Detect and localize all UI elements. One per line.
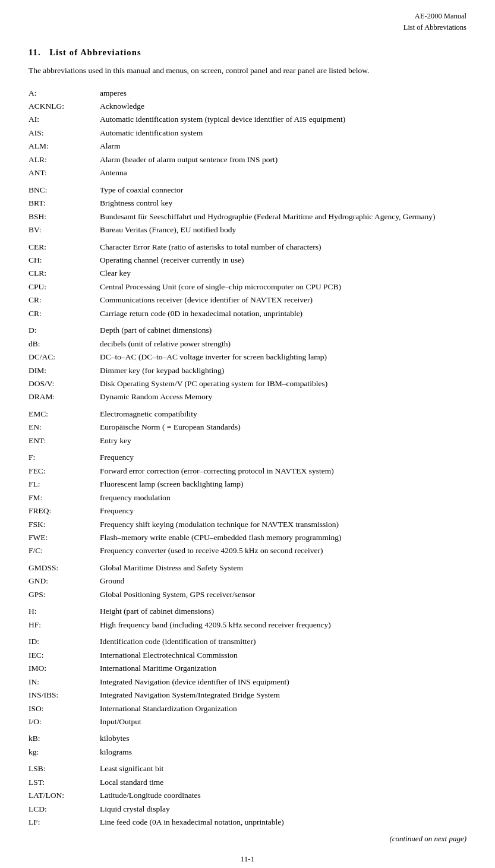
- abbr-value: Type of coaxial connector: [100, 184, 466, 197]
- table-row: INS/IBS:Integrated Navigation System/Int…: [29, 689, 466, 702]
- table-row: EMC:Electromagnetic compatibility: [29, 408, 466, 421]
- table-row: IMO:International Maritime Organization: [29, 662, 466, 675]
- abbr-key: DIM:: [29, 364, 100, 377]
- table-row: ID:Identification code (identification o…: [29, 635, 466, 648]
- abbr-key: I/O:: [29, 715, 100, 728]
- abbr-key: LF:: [29, 816, 100, 829]
- abbr-key: CPU:: [29, 280, 100, 293]
- abbr-value: frequency modulation: [100, 491, 466, 504]
- abbr-value: Carriage return code (0D in hexadecimal …: [100, 307, 466, 320]
- abbr-key: ENT:: [29, 434, 100, 447]
- abbr-value: Automatic identification system: [100, 127, 466, 140]
- abbr-value: Frequency: [100, 451, 466, 464]
- table-row: FL:Fluorescent lamp (screen backlighting…: [29, 478, 466, 491]
- table-row: ISO:International Standardization Organi…: [29, 702, 466, 715]
- abbr-key: CLR:: [29, 267, 100, 280]
- table-row: DIM:Dimmer key (for keypad backlighting): [29, 364, 466, 377]
- table-row: LF:Line feed code (0A in hexadecimal not…: [29, 816, 466, 829]
- table-row: F:Frequency: [29, 451, 466, 464]
- table-row: CH:Operating channel (receiver currently…: [29, 254, 466, 267]
- table-row: LST:Local standard time: [29, 776, 466, 789]
- table-row: D:Depth (part of cabinet dimensions): [29, 324, 466, 337]
- abbreviations-table: A:amperesACKNLG:AcknowledgeAI:Automatic …: [29, 86, 466, 829]
- abbr-key: GND:: [29, 575, 100, 588]
- abbr-key: D:: [29, 324, 100, 337]
- abbr-value: Disk Operating System/V (PC operating sy…: [100, 377, 466, 390]
- abbr-value: Alarm: [100, 140, 466, 153]
- abbr-value: Dynamic Random Access Memory: [100, 390, 466, 403]
- abbr-key: FWE:: [29, 531, 100, 544]
- table-row: EN:Europäische Norm ( = European Standar…: [29, 421, 466, 434]
- header-line2: List of Abbreviations: [403, 23, 466, 31]
- intro-paragraph: The abbreviations used in this manual an…: [29, 65, 466, 77]
- abbr-key: A:: [29, 86, 100, 99]
- table-row: CR:Carriage return code (0D in hexadecim…: [29, 307, 466, 320]
- table-row: LAT/LON:Latitude/Longitude coordinates: [29, 789, 466, 802]
- table-row: A:amperes: [29, 86, 466, 99]
- abbr-value: Latitude/Longitude coordinates: [100, 789, 466, 802]
- abbr-key: EN:: [29, 421, 100, 434]
- abbr-value: Electromagnetic compatibility: [100, 408, 466, 421]
- abbr-key: ALM:: [29, 140, 100, 153]
- abbr-value: Integrated Navigation System/Integrated …: [100, 689, 466, 702]
- table-row: LSB:Least significant bit: [29, 762, 466, 775]
- abbr-value: Integrated Navigation (device identifier…: [100, 676, 466, 689]
- table-row: FSK:Frequency shift keying (modulation t…: [29, 517, 466, 531]
- abbr-value: Frequency: [100, 504, 466, 517]
- abbr-value: DC–to–AC (DC–to–AC voltage inverter for …: [100, 351, 466, 364]
- abbr-key: HF:: [29, 618, 100, 632]
- abbr-value: Automatic identification system (typical…: [100, 113, 466, 126]
- abbr-value: Flash–memory write enable (CPU–embedded …: [100, 531, 466, 544]
- abbr-key: BV:: [29, 223, 100, 236]
- abbr-key: GMDSS:: [29, 561, 100, 575]
- abbr-key: IEC:: [29, 649, 100, 662]
- abbr-key: ID:: [29, 635, 100, 648]
- abbr-key: FL:: [29, 478, 100, 491]
- table-row: H:Height (part of cabinet dimensions): [29, 605, 466, 618]
- table-row: DOS/V:Disk Operating System/V (PC operat…: [29, 377, 466, 390]
- abbr-value: Global Maritime Distress and Safety Syst…: [100, 561, 466, 575]
- table-row: AI:Automatic identification system (typi…: [29, 113, 466, 126]
- abbr-key: F:: [29, 451, 100, 464]
- page-number: 11-1: [29, 854, 466, 864]
- abbr-value: Alarm (header of alarm output sentence f…: [100, 153, 466, 166]
- table-row: FWE:Flash–memory write enable (CPU–embed…: [29, 531, 466, 544]
- abbr-value: Bundesamt für Seeschiffahrt und Hydrogra…: [100, 210, 466, 223]
- abbr-key: IN:: [29, 676, 100, 689]
- abbr-key: EMC:: [29, 408, 100, 421]
- abbr-key: LST:: [29, 776, 100, 789]
- abbr-key: FSK:: [29, 517, 100, 531]
- table-row: AIS:Automatic identification system: [29, 127, 466, 140]
- table-row: FM:frequency modulation: [29, 491, 466, 504]
- table-row: ANT:Antenna: [29, 166, 466, 179]
- abbr-key: ACKNLG:: [29, 100, 100, 113]
- abbr-key: INS/IBS:: [29, 689, 100, 702]
- table-row: I/O:Input/Output: [29, 715, 466, 728]
- abbr-value: Character Error Rate (ratio of asterisks…: [100, 240, 466, 253]
- table-row: ACKNLG:Acknowledge: [29, 100, 466, 113]
- abbr-value: Height (part of cabinet dimensions): [100, 605, 466, 618]
- abbr-key: H:: [29, 605, 100, 618]
- abbr-value: Forward error correction (error–correcti…: [100, 465, 466, 478]
- abbr-value: Identification code (identification of t…: [100, 635, 466, 648]
- abbr-value: Local standard time: [100, 776, 466, 789]
- table-row: CER:Character Error Rate (ratio of aster…: [29, 240, 466, 253]
- abbr-key: AIS:: [29, 127, 100, 140]
- abbr-key: GPS:: [29, 588, 100, 601]
- abbr-key: DC/AC:: [29, 351, 100, 364]
- abbr-value: decibels (unit of relative power strengt…: [100, 337, 466, 351]
- table-row: BNC:Type of coaxial connector: [29, 184, 466, 197]
- abbr-value: Frequency converter (used to receive 420…: [100, 544, 466, 557]
- table-row: ALR:Alarm (header of alarm output senten…: [29, 153, 466, 166]
- table-row: GND:Ground: [29, 575, 466, 588]
- abbr-key: DOS/V:: [29, 377, 100, 390]
- abbr-value: Europäische Norm ( = European Standards): [100, 421, 466, 434]
- abbr-key: FREQ:: [29, 504, 100, 517]
- abbr-key: CER:: [29, 240, 100, 253]
- table-row: kg:kilograms: [29, 746, 466, 759]
- abbr-value: Communications receiver (device identifi…: [100, 293, 466, 307]
- abbr-value: Fluorescent lamp (screen backlighting la…: [100, 478, 466, 491]
- table-row: DRAM:Dynamic Random Access Memory: [29, 390, 466, 403]
- abbr-key: BSH:: [29, 210, 100, 223]
- abbr-key: ISO:: [29, 702, 100, 715]
